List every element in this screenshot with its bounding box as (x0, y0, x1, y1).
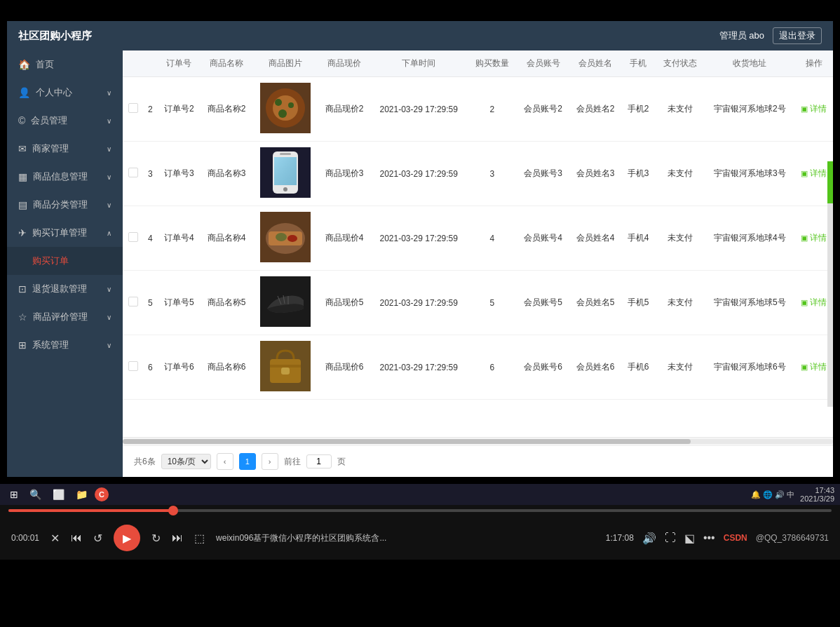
video-container: 社区团购小程序 管理员 abo 退出登录 🏠 首页 👤 个人中心 ∨ (0, 0, 840, 505)
prev-button[interactable]: ⏮ (71, 532, 82, 544)
row-checkbox[interactable] (123, 77, 143, 142)
svg-rect-20 (270, 365, 301, 368)
controls-row: 0:00:01 ✕ ⏮ ↺ ▶ ↻ ⏭ ⬚ weixin096基于微信小程序的社… (0, 516, 840, 560)
svg-point-4 (288, 102, 294, 108)
row-checkbox[interactable] (123, 271, 143, 335)
row-product-name: 商品名称4 (201, 206, 252, 271)
user-icon: 👤 (18, 87, 30, 98)
next-page-button[interactable]: › (262, 453, 278, 470)
row-product-img (252, 142, 318, 206)
sidebar-item-buy-order[interactable]: 购买订单 (7, 247, 123, 275)
play-button[interactable]: ▶ (114, 525, 140, 551)
row-order-no: 订单号6 (158, 335, 201, 400)
sidebar-item-products[interactable]: ▦ 商品信息管理 ∨ (7, 163, 123, 191)
sidebar-item-reviews[interactable]: ☆ 商品评价管理 ∨ (7, 303, 123, 331)
row-member-account: 会员账号6 (517, 335, 569, 400)
more-button[interactable]: ••• (703, 532, 715, 544)
svg-point-11 (283, 187, 287, 191)
windows-icon[interactable]: ⊞ (6, 489, 22, 500)
sidebar-item-profile[interactable]: 👤 个人中心 ∨ (7, 79, 123, 107)
row-product-name: 商品名称6 (201, 335, 252, 400)
sidebar-item-system[interactable]: ⊞ 系统管理 ∨ (7, 331, 123, 359)
svg-point-15 (276, 233, 287, 241)
chrome-icon[interactable]: C (95, 487, 109, 501)
goto-page-input[interactable] (306, 454, 332, 468)
progress-bar-container[interactable] (0, 509, 840, 512)
table-wrapper[interactable]: 订单号 商品名称 商品图片 商品现价 下单时间 购买数量 会员账号 会员姓名 手… (123, 50, 833, 437)
shuffle-button[interactable]: ✕ (50, 532, 60, 545)
categories-icon: ▤ (18, 199, 27, 210)
row-price: 商品现价5 (318, 271, 370, 335)
chevron-up-icon: ∧ (107, 229, 111, 237)
chevron-down-icon: ∨ (107, 173, 111, 181)
volume-button[interactable]: 🔊 (642, 532, 656, 545)
vertical-scrollbar[interactable] (827, 161, 833, 407)
fullscreen-button[interactable]: ⛶ (665, 532, 676, 544)
prev-page-button[interactable]: ‹ (217, 453, 233, 470)
row-phone: 手机6 (621, 335, 655, 400)
row-product-name: 商品名称3 (201, 142, 252, 206)
progress-fill (8, 509, 173, 512)
sidebar-item-label: 首页 (36, 58, 54, 71)
row-quantity: 6 (467, 335, 517, 400)
sidebar-item-categories[interactable]: ▤ 商品分类管理 ∨ (7, 191, 123, 219)
chevron-down-icon: ∨ (107, 201, 111, 209)
pagination-bar: 共6条 10条/页 20条/页 50条/页 ‹ 1 › 前往 页 (123, 445, 833, 477)
row-phone: 手机3 (621, 142, 655, 206)
svg-point-5 (278, 109, 287, 118)
row-price: 商品现价6 (318, 335, 370, 400)
row-phone: 手机5 (621, 271, 655, 335)
products-icon: ▦ (18, 171, 27, 182)
col-product-name: 商品名称 (201, 50, 252, 77)
sidebar-item-merchants[interactable]: ✉ 商家管理 ∨ (7, 135, 123, 163)
row-member-account: 会员账号4 (517, 206, 569, 271)
task-view-icon[interactable]: ⬜ (48, 489, 69, 500)
rewind-button[interactable]: ↺ (93, 532, 102, 545)
table-row: 2 订单号2 商品名称2 商品现价2 2021-03-29 17:29:59 2… (123, 77, 833, 142)
members-icon: © (18, 115, 25, 126)
app-window: 社区团购小程序 管理员 abo 退出登录 🏠 首页 👤 个人中心 ∨ (7, 21, 833, 477)
row-action[interactable]: ▣ 详情 (794, 77, 833, 142)
app-body: 🏠 首页 👤 个人中心 ∨ © 会员管理 ∨ ✉ 商家管理 ∨ (7, 50, 833, 477)
sidebar-item-label: 购买订单 (32, 255, 69, 267)
progress-thumb[interactable] (168, 506, 178, 515)
col-price: 商品现价 (318, 50, 370, 77)
admin-label: 管理员 abo (719, 29, 764, 42)
sidebar-item-refunds[interactable]: ⊡ 退货退款管理 ∨ (7, 275, 123, 303)
forward-button[interactable]: ↻ (151, 532, 161, 545)
scrollbar-thumb (123, 439, 691, 444)
current-time: 0:00:01 (11, 533, 39, 543)
row-price: 商品现价4 (318, 206, 370, 271)
next-button[interactable]: ⏭ (172, 532, 183, 544)
row-pay-status: 未支付 (655, 206, 705, 271)
row-member-name: 会员姓名5 (569, 271, 621, 335)
file-explorer-icon[interactable]: 📁 (72, 489, 92, 500)
sidebar-item-label: 退货退款管理 (32, 283, 87, 295)
row-num: 4 (143, 206, 158, 271)
col-quantity: 购买数量 (467, 50, 517, 77)
search-icon[interactable]: 🔍 (25, 489, 46, 500)
page-1-button[interactable]: 1 (239, 453, 256, 470)
row-checkbox[interactable] (123, 335, 143, 400)
row-num: 3 (143, 142, 158, 206)
sidebar-item-home[interactable]: 🏠 首页 (7, 50, 123, 79)
video-controls: 0:00:01 ✕ ⏮ ↺ ▶ ↻ ⏭ ⬚ weixin096基于微信小程序的社… (0, 505, 840, 560)
pip-button[interactable]: ⬕ (684, 532, 695, 545)
row-checkbox[interactable] (123, 142, 143, 206)
chevron-down-icon: ∨ (107, 117, 111, 125)
refunds-icon: ⊡ (18, 283, 27, 295)
svg-point-3 (275, 99, 282, 106)
sidebar-item-orders[interactable]: ✈ 购买订单管理 ∧ (7, 219, 123, 247)
row-checkbox[interactable] (123, 206, 143, 271)
progress-bar[interactable] (8, 509, 832, 512)
page-size-select[interactable]: 10条/页 20条/页 50条/页 (161, 454, 211, 469)
qq-badge: @QQ_3786649731 (756, 533, 829, 543)
sidebar-item-members[interactable]: © 会员管理 ∨ (7, 107, 123, 135)
logout-button[interactable]: 退出登录 (773, 27, 822, 44)
chevron-down-icon: ∨ (107, 89, 111, 97)
time-display: 17:43 (800, 486, 834, 494)
ctrl-right: 1:17:08 🔊 ⛶ ⬕ ••• CSDN @QQ_3786649731 (606, 532, 829, 545)
horizontal-scrollbar[interactable] (123, 437, 833, 445)
screen-button[interactable]: ⬚ (194, 532, 205, 545)
row-price: 商品现价3 (318, 142, 370, 206)
